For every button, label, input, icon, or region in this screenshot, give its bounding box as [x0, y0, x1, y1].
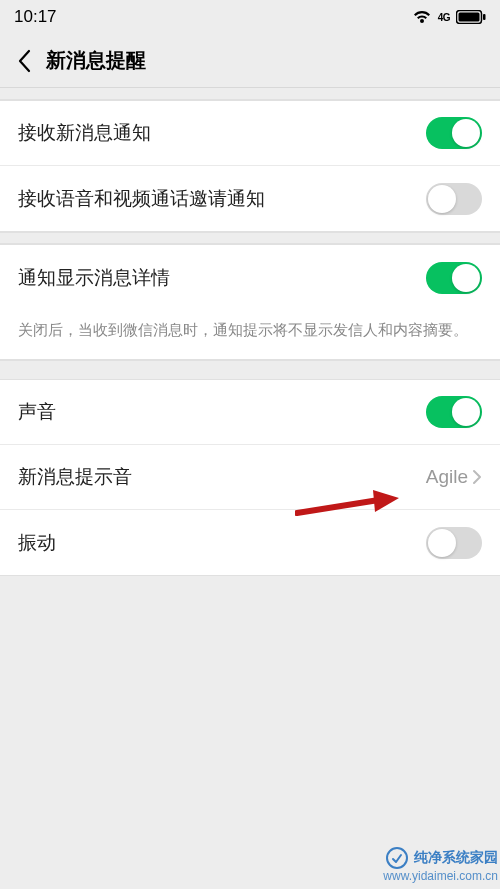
row-label: 通知显示消息详情 — [18, 265, 170, 291]
group-detail: 通知显示消息详情 关闭后，当收到微信消息时，通知提示将不显示发信人和内容摘要。 — [0, 244, 500, 361]
status-right: 4G — [412, 9, 486, 25]
svg-rect-2 — [483, 14, 486, 20]
row-receive-new[interactable]: 接收新消息通知 — [0, 101, 500, 166]
watermark-logo-icon — [386, 847, 408, 869]
group-sound: 声音 新消息提示音 Agile 振动 — [0, 379, 500, 576]
watermark-url: www.yidaimei.com.cn — [383, 869, 498, 883]
toggle-show-detail[interactable] — [426, 262, 482, 294]
watermark: 纯净系统家园 www.yidaimei.com.cn — [383, 847, 498, 883]
toggle-receive-call[interactable] — [426, 183, 482, 215]
header: 新消息提醒 — [0, 34, 500, 88]
toggle-vibrate[interactable] — [426, 527, 482, 559]
section-gap — [0, 232, 500, 244]
tone-value: Agile — [426, 466, 468, 488]
svg-point-3 — [387, 848, 407, 868]
row-label: 振动 — [18, 530, 56, 556]
section-gap — [0, 361, 500, 379]
row-show-detail[interactable]: 通知显示消息详情 — [0, 245, 500, 310]
svg-rect-1 — [459, 13, 480, 22]
group-notifications: 接收新消息通知 接收语音和视频通话邀请通知 — [0, 100, 500, 232]
wifi-icon — [412, 9, 432, 25]
network-label: 4G — [438, 12, 450, 23]
status-bar: 10:17 4G — [0, 0, 500, 34]
row-tone[interactable]: 新消息提示音 Agile — [0, 445, 500, 510]
row-vibrate[interactable]: 振动 — [0, 510, 500, 575]
row-receive-call[interactable]: 接收语音和视频通话邀请通知 — [0, 166, 500, 231]
row-label: 新消息提示音 — [18, 464, 132, 490]
back-button[interactable] — [8, 45, 40, 77]
show-detail-desc: 关闭后，当收到微信消息时，通知提示将不显示发信人和内容摘要。 — [0, 310, 500, 360]
row-value: Agile — [426, 466, 482, 488]
row-label: 接收新消息通知 — [18, 120, 151, 146]
page-title: 新消息提醒 — [46, 47, 146, 74]
toggle-sound[interactable] — [426, 396, 482, 428]
row-sound[interactable]: 声音 — [0, 380, 500, 445]
row-label: 接收语音和视频通话邀请通知 — [18, 186, 265, 212]
section-gap — [0, 88, 500, 100]
toggle-receive-new[interactable] — [426, 117, 482, 149]
watermark-brand: 纯净系统家园 — [414, 849, 498, 867]
battery-icon — [456, 10, 486, 24]
status-time: 10:17 — [14, 7, 57, 27]
chevron-right-icon — [472, 469, 482, 485]
row-label: 声音 — [18, 399, 56, 425]
chevron-left-icon — [17, 49, 31, 73]
